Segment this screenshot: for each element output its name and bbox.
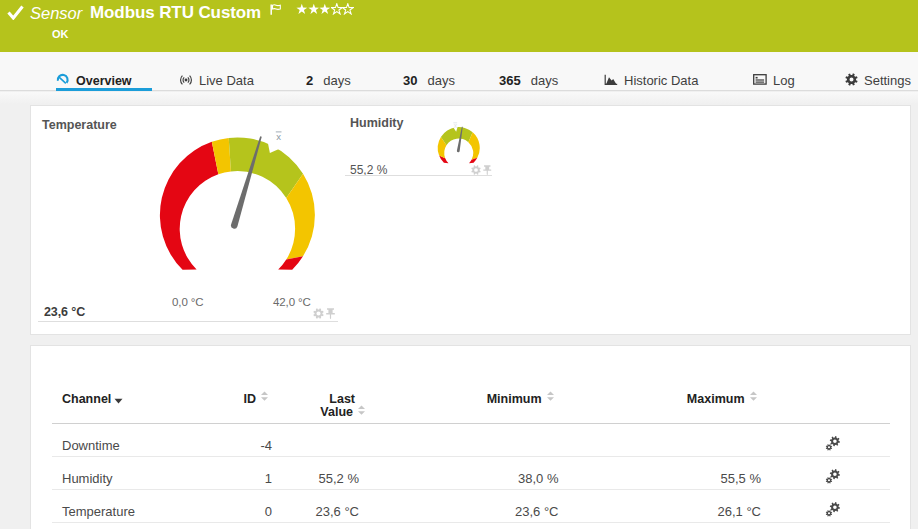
tab-historic-data[interactable]: Historic Data [604,52,698,90]
gauge-title-temperature: Temperature [42,118,117,132]
column-header-id[interactable]: ID [201,392,256,406]
gauges-panel: Temperature x 0,0 °C 42,0 °C 23,6 °C Hum… [30,105,911,335]
tab-365-days[interactable]: 365days [499,52,558,90]
gauge-title-humidity: Humidity [350,116,403,130]
column-header-channel[interactable]: Channel [62,392,111,406]
gear-icon[interactable] [471,165,481,175]
pin-icon[interactable] [483,165,492,176]
content-top-shade [0,92,918,104]
tab-bar: Overview Live Data 2days 30days 365days … [0,52,918,91]
column-header-label: Last [329,392,355,406]
column-header-label: Maximum [687,392,745,406]
tab-2-days[interactable]: 2days [306,52,351,90]
priority-stars[interactable] [296,3,354,15]
cell-minimum: 23,6 °C [471,504,559,519]
tab-log[interactable]: Log [753,52,795,90]
cell-id: 1 [201,471,272,486]
temperature-gauge: x [155,128,320,278]
column-header-minimum[interactable]: Minimum [461,392,542,406]
gear-icon[interactable] [313,308,324,319]
pin-icon[interactable] [326,308,335,320]
row-separator [52,522,890,523]
tab-label: Log [773,73,795,88]
gear-icon [845,73,858,86]
table-header-separator [52,423,890,424]
row-separator [52,456,890,457]
gauge-max-label: 42,0 °C [273,296,311,308]
object-kind-label: Sensor [30,4,82,23]
cell-id: -4 [201,438,272,453]
cell-channel: Temperature [62,504,135,519]
sensor-status-banner: Sensor Modbus RTU Custom OK [0,0,918,52]
column-header-last-value-line2[interactable]: Value [281,405,353,419]
channels-table-panel: Channel ID Last Value Minimum Maximum Do… [30,345,911,529]
row-separator [52,489,890,490]
log-icon [753,74,767,85]
tab-label: Historic Data [624,73,698,88]
tab-label: days [427,73,454,88]
tab-label: days [323,73,350,88]
tab-number: 30 [403,73,417,88]
gauge-icon [56,73,70,86]
star-icon[interactable] [342,3,354,15]
column-header-last-value-line1[interactable]: Last [281,392,355,406]
sort-icon[interactable] [260,391,269,402]
star-icon[interactable] [308,3,320,15]
cell-channel: Downtime [62,438,120,453]
tab-label: days [531,73,558,88]
sort-icon[interactable] [357,405,366,416]
tab-label: Overview [76,74,132,88]
live-data-icon [179,74,193,86]
flag-icon[interactable] [270,4,282,15]
cell-last-value: 23,6 °C [271,504,359,519]
gauge-min-label: 0,0 °C [172,296,204,308]
cell-maximum: 55,5 % [673,471,761,486]
channel-settings-gears-icon[interactable] [824,434,842,452]
sort-icon[interactable] [546,391,555,402]
tab-number: 365 [499,73,521,88]
cell-minimum: 38,0 % [471,471,559,486]
channel-settings-gears-icon[interactable] [824,467,842,485]
tab-number: 2 [306,73,313,88]
tab-live-data[interactable]: Live Data [179,52,254,90]
area-chart-icon [604,74,618,86]
tab-label: Live Data [199,73,254,88]
sensor-title: Modbus RTU Custom [90,3,261,23]
sort-icon[interactable] [749,391,758,402]
channel-settings-gears-icon[interactable] [824,500,842,518]
column-header-maximum[interactable]: Maximum [664,392,745,406]
cell-id: 0 [201,504,272,519]
cell-separator [345,175,492,176]
tab-overview[interactable]: Overview [56,52,132,90]
humidity-gauge: x [435,120,485,166]
column-header-label: ID [244,392,257,406]
status-badge: OK [52,28,69,40]
active-tab-underline [56,88,152,91]
cell-maximum: 26,1 °C [673,504,761,519]
check-icon [7,5,24,20]
star-icon[interactable] [319,3,331,15]
gauge-value-temperature: 23,6 °C [44,305,85,319]
tab-30-days[interactable]: 30days [403,52,455,90]
column-header-label: Value [320,405,353,419]
cell-separator [38,321,338,322]
cell-channel: Humidity [62,471,113,486]
column-header-label: Channel [62,392,111,406]
tab-settings[interactable]: Settings [845,52,911,90]
star-icon[interactable] [296,3,308,15]
caret-down-icon[interactable] [114,398,123,404]
tab-label: Settings [864,73,911,88]
column-header-label: Minimum [487,392,542,406]
cell-last-value: 55,2 % [271,471,359,486]
star-icon[interactable] [331,3,343,15]
